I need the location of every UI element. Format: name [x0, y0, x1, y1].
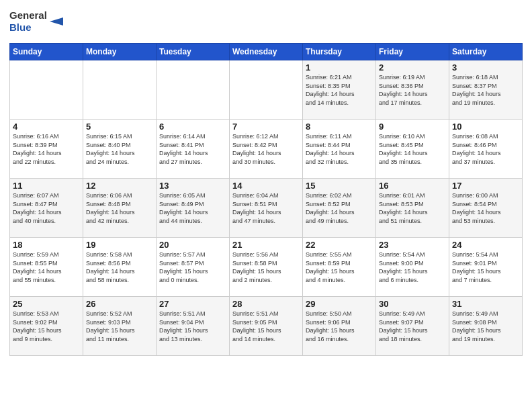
day-number: 27 [159, 299, 226, 309]
calendar-cell: 19Sunrise: 5:58 AM Sunset: 8:56 PM Dayli… [83, 238, 157, 297]
day-info: Sunrise: 5:56 AM Sunset: 8:58 PM Dayligh… [232, 250, 300, 284]
calendar-cell: 2Sunrise: 6:19 AM Sunset: 8:36 PM Daylig… [376, 60, 449, 120]
calendar-cell: 23Sunrise: 5:54 AM Sunset: 9:00 PM Dayli… [376, 238, 449, 297]
day-number: 1 [306, 62, 373, 73]
day-number: 22 [306, 240, 373, 250]
day-number: 26 [86, 299, 153, 309]
svg-marker-1 [50, 17, 63, 26]
day-info: Sunrise: 6:15 AM Sunset: 8:40 PM Dayligh… [86, 132, 153, 166]
calendar-cell: 22Sunrise: 5:55 AM Sunset: 8:59 PM Dayli… [303, 238, 376, 297]
day-number: 4 [13, 122, 80, 132]
svg-text:General: General [9, 9, 47, 21]
day-number: 11 [13, 181, 80, 191]
calendar-cell: 9Sunrise: 6:10 AM Sunset: 8:45 PM Daylig… [376, 120, 449, 179]
day-number: 6 [159, 122, 226, 132]
day-info: Sunrise: 5:54 AM Sunset: 9:01 PM Dayligh… [452, 250, 519, 284]
calendar-cell: 26Sunrise: 5:52 AM Sunset: 9:03 PM Dayli… [83, 297, 157, 356]
day-number: 20 [159, 240, 226, 250]
day-number: 31 [452, 299, 519, 309]
day-info: Sunrise: 6:07 AM Sunset: 8:47 PM Dayligh… [13, 191, 80, 225]
weekday-header-friday: Friday [376, 44, 449, 60]
weekday-header-sunday: Sunday [10, 44, 83, 60]
day-number: 18 [13, 240, 80, 250]
day-info: Sunrise: 5:51 AM Sunset: 9:05 PM Dayligh… [232, 310, 300, 343]
day-info: Sunrise: 6:11 AM Sunset: 8:44 PM Dayligh… [306, 132, 373, 166]
weekday-header-row: SundayMondayTuesdayWednesdayThursdayFrid… [10, 44, 523, 60]
calendar-week-row: 18Sunrise: 5:59 AM Sunset: 8:55 PM Dayli… [10, 238, 523, 297]
calendar-cell: 21Sunrise: 5:56 AM Sunset: 8:58 PM Dayli… [230, 238, 303, 297]
day-number: 16 [379, 181, 446, 191]
day-number: 9 [379, 122, 446, 132]
calendar-cell: 10Sunrise: 6:08 AM Sunset: 8:46 PM Dayli… [449, 120, 523, 179]
day-info: Sunrise: 5:59 AM Sunset: 8:55 PM Dayligh… [13, 250, 80, 284]
day-info: Sunrise: 6:05 AM Sunset: 8:49 PM Dayligh… [159, 191, 226, 225]
day-number: 15 [306, 181, 373, 191]
day-number: 29 [306, 299, 373, 309]
day-info: Sunrise: 6:10 AM Sunset: 8:45 PM Dayligh… [379, 132, 446, 166]
day-info: Sunrise: 5:57 AM Sunset: 8:57 PM Dayligh… [159, 250, 226, 284]
weekday-header-thursday: Thursday [303, 44, 376, 60]
day-info: Sunrise: 5:58 AM Sunset: 8:56 PM Dayligh… [86, 250, 153, 284]
day-info: Sunrise: 6:12 AM Sunset: 8:42 PM Dayligh… [232, 132, 300, 166]
day-info: Sunrise: 6:18 AM Sunset: 8:37 PM Dayligh… [452, 73, 519, 107]
day-info: Sunrise: 6:21 AM Sunset: 8:35 PM Dayligh… [306, 73, 373, 107]
calendar-week-row: 11Sunrise: 6:07 AM Sunset: 8:47 PM Dayli… [10, 179, 523, 238]
day-number: 30 [379, 299, 446, 309]
calendar-cell: 7Sunrise: 6:12 AM Sunset: 8:42 PM Daylig… [230, 120, 303, 179]
weekday-header-monday: Monday [83, 44, 157, 60]
day-number: 8 [306, 122, 373, 132]
day-number: 24 [452, 240, 519, 250]
calendar-cell: 25Sunrise: 5:53 AM Sunset: 9:02 PM Dayli… [10, 297, 83, 356]
day-info: Sunrise: 6:01 AM Sunset: 8:53 PM Dayligh… [379, 191, 446, 225]
calendar-cell: 29Sunrise: 5:50 AM Sunset: 9:06 PM Dayli… [303, 297, 376, 356]
day-number: 23 [379, 240, 446, 250]
calendar-cell: 4Sunrise: 6:16 AM Sunset: 8:39 PM Daylig… [10, 120, 83, 179]
calendar-cell: 8Sunrise: 6:11 AM Sunset: 8:44 PM Daylig… [303, 120, 376, 179]
day-number: 2 [379, 62, 446, 73]
day-number: 12 [86, 181, 153, 191]
calendar-cell [230, 60, 303, 120]
calendar-cell [157, 60, 230, 120]
day-info: Sunrise: 6:16 AM Sunset: 8:39 PM Dayligh… [13, 132, 80, 166]
calendar-cell: 11Sunrise: 6:07 AM Sunset: 8:47 PM Dayli… [10, 179, 83, 238]
day-number: 17 [452, 181, 519, 191]
calendar-cell: 5Sunrise: 6:15 AM Sunset: 8:40 PM Daylig… [83, 120, 157, 179]
calendar-page: General Blue SundayMondayTuesdayWednesda… [0, 0, 532, 411]
logo: General Blue [9, 7, 70, 39]
calendar-cell: 18Sunrise: 5:59 AM Sunset: 8:55 PM Dayli… [10, 238, 83, 297]
day-info: Sunrise: 6:04 AM Sunset: 8:51 PM Dayligh… [232, 191, 300, 225]
svg-text:Blue: Blue [9, 21, 32, 33]
day-number: 25 [13, 299, 80, 309]
calendar-week-row: 4Sunrise: 6:16 AM Sunset: 8:39 PM Daylig… [10, 120, 523, 179]
calendar-cell: 1Sunrise: 6:21 AM Sunset: 8:35 PM Daylig… [303, 60, 376, 120]
calendar-week-row: 1Sunrise: 6:21 AM Sunset: 8:35 PM Daylig… [10, 60, 523, 120]
day-info: Sunrise: 6:14 AM Sunset: 8:41 PM Dayligh… [159, 132, 226, 166]
day-info: Sunrise: 6:00 AM Sunset: 8:54 PM Dayligh… [452, 191, 519, 225]
day-info: Sunrise: 5:54 AM Sunset: 9:00 PM Dayligh… [379, 250, 446, 284]
calendar-cell: 3Sunrise: 6:18 AM Sunset: 8:37 PM Daylig… [449, 60, 523, 120]
day-number: 21 [232, 240, 300, 250]
calendar-cell [10, 60, 83, 120]
calendar-cell: 16Sunrise: 6:01 AM Sunset: 8:53 PM Dayli… [376, 179, 449, 238]
day-number: 13 [159, 181, 226, 191]
day-info: Sunrise: 5:52 AM Sunset: 9:03 PM Dayligh… [86, 310, 153, 343]
day-info: Sunrise: 5:53 AM Sunset: 9:02 PM Dayligh… [13, 310, 80, 343]
calendar-cell: 30Sunrise: 5:49 AM Sunset: 9:07 PM Dayli… [376, 297, 449, 356]
weekday-header-wednesday: Wednesday [230, 44, 303, 60]
logo-area: General Blue [9, 7, 70, 39]
calendar-table: SundayMondayTuesdayWednesdayThursdayFrid… [9, 43, 523, 356]
day-number: 7 [232, 122, 300, 132]
calendar-cell: 27Sunrise: 5:51 AM Sunset: 9:04 PM Dayli… [157, 297, 230, 356]
calendar-cell: 13Sunrise: 6:05 AM Sunset: 8:49 PM Dayli… [157, 179, 230, 238]
day-info: Sunrise: 6:06 AM Sunset: 8:48 PM Dayligh… [86, 191, 153, 225]
day-info: Sunrise: 5:51 AM Sunset: 9:04 PM Dayligh… [159, 310, 226, 343]
calendar-cell [83, 60, 157, 120]
calendar-cell: 17Sunrise: 6:00 AM Sunset: 8:54 PM Dayli… [449, 179, 523, 238]
weekday-header-saturday: Saturday [449, 44, 523, 60]
weekday-header-tuesday: Tuesday [157, 44, 230, 60]
calendar-cell: 6Sunrise: 6:14 AM Sunset: 8:41 PM Daylig… [157, 120, 230, 179]
calendar-cell: 20Sunrise: 5:57 AM Sunset: 8:57 PM Dayli… [157, 238, 230, 297]
day-number: 5 [86, 122, 153, 132]
day-info: Sunrise: 5:49 AM Sunset: 9:08 PM Dayligh… [452, 310, 519, 343]
header: General Blue [9, 7, 523, 39]
